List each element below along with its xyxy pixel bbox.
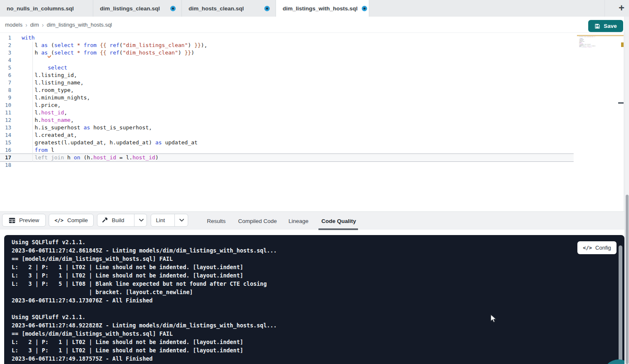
code-token: updated_at	[592, 45, 596, 46]
breadcrumb-models[interactable]: models	[5, 22, 22, 28]
code-token: host_is_superhost,	[584, 44, 591, 45]
tab-label: no_nulls_in_columns.sql	[7, 5, 74, 12]
code-token	[80, 42, 84, 48]
code-line[interactable]: l.listing_name,	[22, 79, 207, 87]
tab-results[interactable]: Results	[207, 212, 226, 230]
code-token: host_name	[41, 117, 70, 123]
tab-dim-hosts-clean[interactable]: dim_hosts_clean.sql	[182, 0, 276, 17]
code-token: l.listing_id,	[22, 72, 77, 78]
code-icon: </>	[583, 245, 592, 251]
code-token: with	[22, 35, 35, 41]
file-header-row: models › dim › dim_listings_with_hosts.s…	[0, 17, 629, 33]
build-split-button: Build	[97, 214, 147, 227]
code-icon: </>	[55, 218, 64, 223]
code-token: "dim_hosts_clean"	[123, 50, 178, 56]
code-token: host_id	[93, 154, 116, 161]
preview-button[interactable]: Preview	[2, 214, 46, 227]
terminal-line: L: 3 | P: 1 | LT02 | Line should not be …	[12, 272, 277, 280]
code-token: )	[191, 50, 194, 56]
line-number: 12	[0, 116, 11, 124]
code-token	[22, 147, 35, 153]
tab-label: dim_listings_with_hosts.sql	[283, 5, 358, 12]
tab-compiled-code[interactable]: Compiled Code	[238, 212, 277, 230]
tab-code-quality[interactable]: Code Quality	[321, 212, 356, 230]
code-line[interactable]: l.room_type,	[22, 87, 207, 94]
code-line[interactable]: h.is_superhost as host_is_superhost,	[22, 124, 207, 131]
minimap[interactable]: with l as (select * from {{ ref("dim_lis…	[578, 35, 620, 93]
breadcrumb-current-file: dim_listings_with_hosts.sql	[47, 22, 112, 28]
compile-button[interactable]: </> Compile	[49, 214, 94, 227]
code-token: host_id	[41, 109, 64, 116]
unsaved-changes-icon	[170, 6, 176, 11]
tab-no-nulls-in-columns[interactable]: no_nulls_in_columns.sql	[0, 0, 93, 17]
config-button[interactable]: </> Config	[577, 241, 617, 254]
code-line[interactable]	[22, 161, 207, 169]
save-button-label: Save	[604, 23, 617, 29]
code-line[interactable]: l.price,	[22, 102, 207, 109]
code-token: )	[591, 47, 592, 48]
page-scrollbar-thumb[interactable]	[626, 195, 629, 364]
code-token: left join	[35, 154, 64, 161]
tab-dim-listings-with-hosts[interactable]: dim_listings_with_hosts.sql	[276, 0, 369, 17]
code-token: from	[84, 50, 97, 56]
chevron-down-icon	[139, 219, 144, 222]
code-line[interactable]: l.created_at,	[22, 131, 207, 139]
code-line[interactable]: select	[22, 64, 207, 72]
code-token: = l.	[116, 154, 132, 161]
code-token: select	[54, 50, 74, 56]
lint-options-dropdown[interactable]	[174, 214, 189, 226]
breadcrumb-dim[interactable]: dim	[30, 22, 39, 28]
code-line[interactable]: greatest(l.updated_at, h.updated_at) as …	[22, 139, 207, 146]
line-number: 16	[0, 146, 11, 154]
code-token	[22, 154, 35, 161]
lint-button[interactable]: Lint	[150, 214, 171, 226]
line-number: 5	[0, 64, 11, 72]
page-scrollbar-track[interactable]	[624, 17, 629, 364]
new-tab-button[interactable]: +	[616, 2, 627, 13]
code-token: l	[22, 42, 41, 48]
code-token: as	[41, 50, 48, 56]
code-line[interactable]: l.listing_id,	[22, 72, 207, 79]
line-number: 15	[0, 139, 11, 146]
line-number: 2	[0, 42, 11, 49]
code-token: updated_at	[162, 139, 198, 146]
line-number: 3	[0, 49, 11, 57]
code-token: (	[119, 50, 123, 56]
code-line[interactable]: left join h on (h.host_id = l.host_id)	[22, 154, 207, 161]
code-line[interactable]	[22, 57, 207, 64]
code-line[interactable]: l.minimum_nights,	[22, 94, 207, 102]
code-token: )	[155, 154, 159, 161]
code-line[interactable]: h.host_name,	[22, 116, 207, 124]
code-line[interactable]: l as (select * from {{ ref("dim_listings…	[22, 42, 207, 49]
lint-button-label: Lint	[156, 217, 165, 223]
tab-lineage[interactable]: Lineage	[288, 212, 308, 230]
code-token: }}	[184, 50, 191, 56]
code-token: (h.	[80, 154, 93, 161]
save-button[interactable]: Save	[588, 20, 623, 32]
active-tab-underline	[318, 228, 358, 230]
code-editor[interactable]: 123456789101112131415161718 with l as (s…	[0, 33, 624, 211]
code-token: l.minimum_nights,	[22, 94, 90, 101]
terminal-scrollbar-thumb[interactable]	[619, 245, 622, 363]
code-token: *	[77, 50, 80, 56]
code-line[interactable]: l.host_id,	[22, 109, 207, 116]
terminal-line: L: 3 | P: 1 | LT02 | Line should not be …	[12, 347, 277, 355]
build-button[interactable]: Build	[96, 214, 130, 226]
code-line[interactable]: h as (select * from {{ ref("dim_hosts_cl…	[22, 49, 207, 57]
terminal-line	[12, 305, 277, 313]
code-line[interactable]: from l	[22, 146, 207, 154]
floppy-disk-icon	[594, 23, 600, 29]
lint-output-terminal: Using SQLFluff v2.1.1.2023-06-06T11:27:4…	[4, 235, 624, 364]
terminal-output: Using SQLFluff v2.1.1.2023-06-06T11:27:4…	[12, 238, 277, 363]
terminal-line: == [models/dim/dim_listings_with_hosts.s…	[12, 255, 277, 263]
tab-dim-listings-clean[interactable]: dim_listings_clean.sql	[93, 0, 182, 17]
overview-ruler-cursor-marker	[618, 102, 624, 104]
terminal-line: == [models/dim/dim_listings_with_hosts.s…	[12, 330, 277, 338]
code-token: host_id	[132, 154, 155, 161]
line-number: 7	[0, 79, 11, 87]
code-token	[97, 50, 100, 56]
code-line[interactable]: with	[22, 34, 207, 42]
code-lines[interactable]: with l as (select * from {{ ref("dim_lis…	[22, 34, 207, 169]
build-options-dropdown[interactable]	[134, 214, 148, 226]
terminal-line: L: 3 | P: 5 | LT08 | Blank line expected…	[12, 280, 277, 288]
